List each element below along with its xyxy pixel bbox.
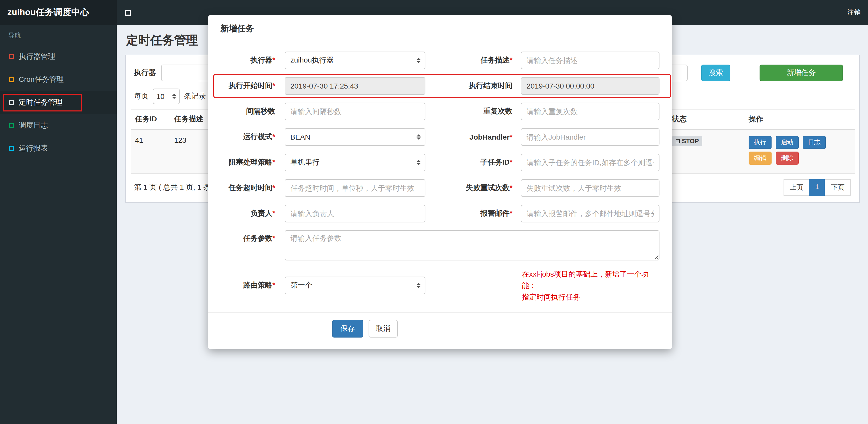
end-time-input[interactable] (521, 77, 659, 95)
start-button[interactable]: 启动 (776, 136, 799, 149)
square-red-icon (9, 54, 14, 59)
route-strategy-select[interactable]: 第一个 (285, 276, 425, 294)
required-mark: * (272, 81, 275, 90)
sidebar-item-cron-task-management[interactable]: Cron任务管理 (0, 68, 117, 91)
run-button[interactable]: 执行 (749, 136, 772, 149)
square-green-icon (9, 123, 14, 128)
row-interval-repeat: 间隔秒数 重复次数 (220, 103, 659, 120)
feature-note: 在xxl-jobs项目的基础上，新增了一个功能： 指定时间执行任务 (522, 268, 659, 303)
executor-select[interactable]: zuihou执行器 (285, 52, 425, 69)
brand-title: zuihou任务调度中心 (0, 0, 117, 25)
square-white-icon (9, 100, 14, 105)
sidebar-item-label: 运行报表 (19, 144, 48, 153)
owner-input[interactable] (285, 205, 425, 222)
block-strategy-label: 阻塞处理策略* (220, 158, 275, 167)
status-badge: STOP (672, 136, 703, 146)
start-time-label: 执行开始时间* (220, 81, 275, 91)
add-task-button[interactable]: 新增任务 (760, 65, 843, 81)
sidebar: 导航 执行器管理 Cron任务管理 定时任务管理 调度日志 运行报表 (0, 25, 117, 424)
per-page-prefix: 每页 (134, 92, 149, 101)
job-params-textarea[interactable] (285, 230, 659, 260)
select-caret-icon (172, 94, 176, 99)
cancel-button[interactable]: 取消 (369, 320, 398, 337)
glue-type-select[interactable]: BEAN (285, 128, 425, 146)
header-job-id: 任务ID (131, 110, 170, 129)
row-block-childjob: 阻塞处理策略* 单机串行 子任务ID* (220, 154, 659, 171)
executor-filter-label: 执行器 (134, 68, 156, 77)
stop-square-icon (676, 139, 680, 143)
required-mark: * (272, 56, 275, 64)
next-page-button[interactable]: 下页 (825, 179, 851, 196)
glue-type-label: 运行模式* (220, 132, 275, 142)
sidebar-item-run-report[interactable]: 运行报表 (0, 137, 117, 160)
square-yellow-icon (9, 77, 14, 82)
action-line-2: 编辑 删除 (749, 152, 851, 165)
sidebar-item-label: 定时任务管理 (19, 98, 63, 107)
sidebar-item-label: 执行器管理 (19, 52, 55, 62)
add-task-modal: 新增任务 执行器* zuihou执行器 任务描述* 执行开始时间* 执行结束时间 (208, 15, 672, 349)
cell-status: STOP (668, 129, 744, 174)
sidebar-nav-header: 导航 (0, 25, 117, 45)
job-handler-label: JobHandler* (425, 133, 513, 141)
route-strategy-label: 路由策略* (220, 281, 275, 290)
per-page-value: 10 (156, 92, 164, 101)
required-mark: * (509, 133, 513, 141)
row-job-params: 任务参数* (220, 230, 659, 260)
block-strategy-select[interactable]: 单机串行 (285, 154, 425, 171)
alarm-email-label: 报警邮件* (425, 209, 513, 218)
row-timeout-retry: 任务超时时间* 失败重试次数* (220, 179, 659, 197)
modal-footer: 保存 取消 (208, 312, 672, 349)
per-page-suffix: 条记录 (184, 92, 206, 101)
job-params-label: 任务参数* (220, 230, 275, 243)
delete-button[interactable]: 删除 (776, 152, 799, 165)
sidebar-toggle-icon[interactable] (125, 10, 131, 15)
required-mark: * (509, 183, 513, 192)
alarm-email-input[interactable] (521, 205, 659, 222)
executor-label: 执行器* (220, 56, 275, 65)
required-mark: * (272, 281, 275, 289)
status-text: STOP (682, 137, 699, 145)
square-cyan-icon (9, 146, 14, 151)
header-actions: 操作 (744, 110, 855, 129)
logout-link[interactable]: 注销 (847, 0, 861, 25)
required-mark: * (272, 209, 275, 217)
required-mark: * (509, 158, 513, 166)
sidebar-item-scheduled-task-management[interactable]: 定时任务管理 (0, 91, 117, 114)
repeat-count-input[interactable] (521, 103, 659, 120)
child-job-id-input[interactable] (521, 154, 659, 171)
job-desc-input[interactable] (521, 52, 659, 69)
job-handler-input[interactable] (521, 128, 659, 146)
row-start-end-time: 执行开始时间* 执行结束时间 (220, 77, 659, 95)
interval-label: 间隔秒数 (220, 107, 275, 116)
timeout-input[interactable] (285, 179, 425, 197)
child-job-id-label: 子任务ID* (425, 158, 513, 167)
row-owner-email: 负责人* 报警邮件* (220, 205, 659, 222)
retry-count-input[interactable] (521, 179, 659, 197)
header-status: 状态 (668, 110, 744, 129)
edit-button[interactable]: 编辑 (749, 152, 772, 165)
owner-label: 负责人* (220, 209, 275, 218)
row-route-strategy: 路由策略* 第一个 在xxl-jobs项目的基础上，新增了一个功能： 指定时间执… (220, 268, 659, 303)
feature-note-line1: 在xxl-jobs项目的基础上，新增了一个功能： (522, 268, 659, 291)
required-mark: * (509, 209, 513, 217)
row-gluetype-handler: 运行模式* BEAN JobHandler* (220, 128, 659, 146)
glue-type-select-value: BEAN (290, 133, 310, 141)
select-caret-icon (416, 283, 421, 288)
pagination: 上页 1 下页 (784, 179, 851, 196)
search-button[interactable]: 搜索 (701, 65, 731, 81)
save-button[interactable]: 保存 (332, 320, 363, 337)
repeat-count-label: 重复次数 (425, 107, 513, 116)
per-page-select[interactable]: 10 (153, 89, 180, 104)
sidebar-item-executor-management[interactable]: 执行器管理 (0, 45, 117, 68)
required-mark: * (272, 234, 275, 242)
log-button[interactable]: 日志 (803, 136, 826, 149)
sidebar-item-dispatch-log[interactable]: 调度日志 (0, 114, 117, 137)
feature-note-line2: 指定时间执行任务 (522, 291, 659, 303)
required-mark: * (272, 132, 275, 141)
start-time-input[interactable] (285, 77, 425, 95)
prev-page-button[interactable]: 上页 (783, 179, 810, 196)
block-strategy-select-value: 单机串行 (290, 158, 319, 167)
page-1-button[interactable]: 1 (809, 179, 825, 196)
interval-input[interactable] (285, 103, 425, 120)
route-strategy-select-value: 第一个 (290, 281, 312, 290)
